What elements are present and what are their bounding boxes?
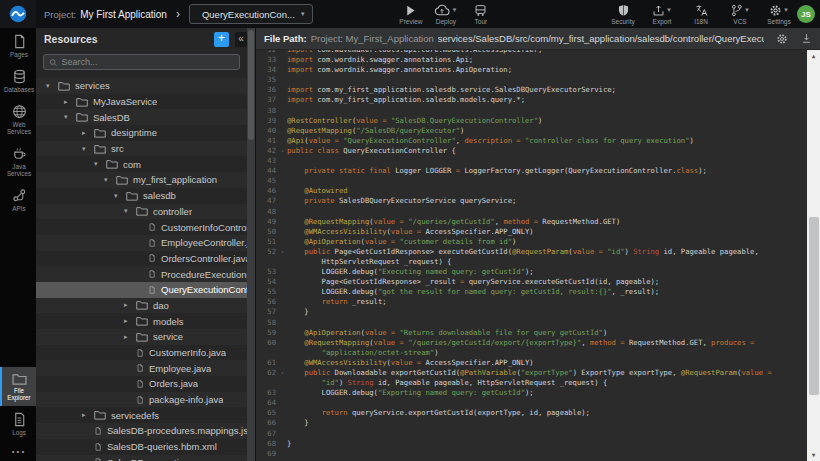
branch-icon [730, 4, 743, 17]
code-editor[interactable]: 32import com.wavemaker.tools.api.core.mo… [256, 50, 820, 461]
chevron-down-icon[interactable]: ▾ [64, 113, 76, 121]
settings-button[interactable]: ▼Settings [765, 3, 793, 25]
logs-icon [12, 412, 27, 427]
tree-item-src[interactable]: ▾src [36, 141, 247, 157]
code-line: 69 [256, 449, 807, 459]
chevron-down-icon[interactable]: ▾ [114, 192, 126, 200]
chevron-down-icon[interactable]: ▾ [104, 176, 116, 184]
chevron-down-icon: ▼ [451, 7, 457, 13]
tree-scrollbar[interactable] [247, 28, 255, 461]
chevron-right-icon[interactable]: ▸ [82, 129, 94, 137]
tree-item-myjavaservice[interactable]: ▸MyJavaService [36, 94, 247, 110]
fold-marker[interactable]: - [278, 146, 287, 156]
code-text: return queryService.exportGetCustId(expo… [287, 408, 590, 418]
tree-item-com[interactable]: ▾com [36, 156, 247, 172]
chevron-down-icon[interactable]: ▾ [124, 207, 136, 215]
scroll-up-icon[interactable]: ▲ [807, 50, 820, 62]
code-line: 44 private static final Logger LOGGER = … [256, 166, 807, 176]
fold-marker[interactable]: - [278, 368, 287, 378]
code-line: 65 return queryService.exportGetCustId(e… [256, 408, 807, 418]
java-icon [12, 146, 27, 161]
download-icon[interactable] [801, 33, 812, 44]
rail-item-logs[interactable]: Logs [0, 406, 36, 441]
tree-item-procedureexecutioncontroller-java[interactable]: ProcedureExecutionController.java [36, 266, 247, 282]
rail-item-file-explorer[interactable]: File Explorer [0, 367, 36, 406]
tree-item-queryexecutioncontroller-java[interactable]: QueryExecutionController.java [36, 282, 247, 298]
tree-scrollbar-thumb[interactable] [248, 30, 254, 140]
security-button[interactable]: Security [609, 3, 637, 25]
tree-item-orderscontroller-java[interactable]: OrdersController.java [36, 251, 247, 267]
deploy-button[interactable]: ▼Deploy [432, 3, 460, 25]
rail-item-label: Pages [10, 51, 28, 58]
tree-item-customerinfocontroller-java[interactable]: CustomerInfoController.java [36, 219, 247, 235]
editor-scrollbar-thumb[interactable] [809, 217, 819, 395]
editor-scrollbar[interactable]: ▲ ▼ [807, 50, 820, 461]
i18n-button[interactable]: I18N [687, 3, 715, 25]
chevron-right-icon[interactable]: ▸ [64, 98, 76, 106]
chevron-down-icon[interactable]: ▾ [82, 145, 94, 153]
rail-item-java-services[interactable]: Java Services [0, 140, 36, 182]
tree-item-my-first-application[interactable]: ▾my_first_application [36, 172, 247, 188]
tree-item-salesdb[interactable]: ▾SalesDB [36, 109, 247, 125]
vcs-button[interactable]: ▼VCS [726, 3, 754, 25]
tree-item-orders-java[interactable]: Orders.java [36, 376, 247, 392]
scroll-down-icon[interactable]: ▼ [807, 449, 820, 461]
folder-icon [106, 159, 118, 169]
tour-button[interactable]: Tour [467, 3, 495, 25]
open-file-dropdown-label: QueryExecutionCon... [202, 9, 295, 20]
code-line: 68} [256, 439, 807, 449]
open-file-dropdown[interactable]: QueryExecutionCon... ▼ [189, 4, 313, 24]
tree-item-salesdb-procedures-mappings-json[interactable]: SalesDB-procedures.mappings.json [36, 423, 247, 439]
code-text: HttpServletRequest _request) { [287, 257, 451, 267]
rail-item-label: File Explorer [3, 387, 35, 401]
tree-item-label: SalesDB [93, 112, 130, 123]
rail-item-databases[interactable]: Databases [0, 63, 36, 98]
chevron-right-icon[interactable]: ▸ [82, 411, 94, 419]
rail-item-[interactable]: ••• [0, 441, 36, 461]
tree-item-employee-java[interactable]: Employee.java [36, 360, 247, 376]
tree-item-salesdb-queries-hbm-xml[interactable]: SalesDB-queries.hbm.xml [36, 439, 247, 455]
tree-item-dao[interactable]: ▸dao [36, 298, 247, 314]
export-button[interactable]: ▼Export [648, 3, 676, 25]
tree-item-designtime[interactable]: ▸designtime [36, 125, 247, 141]
file-icon [94, 457, 102, 461]
rail-item-pages[interactable]: Pages [0, 28, 36, 63]
chevron-right-icon[interactable]: ▸ [124, 301, 136, 309]
folder-icon [136, 316, 148, 326]
collapse-panel-button[interactable]: « [235, 32, 247, 47]
preview-button[interactable]: Preview [397, 3, 425, 25]
tree-item-controller[interactable]: ▾controller [36, 204, 247, 220]
tree-item-servicedefs[interactable]: ▸servicedefs [36, 407, 247, 423]
tree-item-customerinfo-java[interactable]: CustomerInfo.java [36, 345, 247, 361]
chevron-down-icon[interactable]: ▾ [46, 82, 58, 90]
search-input[interactable] [61, 57, 234, 67]
chevron-down-icon: ▼ [783, 7, 789, 13]
code-line: HttpServletRequest _request) { [256, 257, 807, 267]
rail-item-label: Logs [12, 429, 26, 436]
tree-item-salesdb-properties[interactable]: SalesDB.properties [36, 455, 247, 461]
gear-icon[interactable] [776, 33, 788, 45]
tree-item-salesdb[interactable]: ▾salesdb [36, 188, 247, 204]
shield-icon [617, 4, 630, 17]
add-resource-button[interactable]: + [214, 32, 229, 47]
rail-item-web-services[interactable]: Web Services [0, 98, 36, 140]
tree-item-models[interactable]: ▸models [36, 313, 247, 329]
code-line: 50 @WMAccessVisibility(value = AccessSpe… [256, 227, 807, 237]
chevron-right-icon[interactable]: ▸ [124, 317, 136, 325]
fold-gutter [278, 449, 287, 459]
tree-item-label: OrdersController.java [161, 253, 247, 264]
code-line: 38 [256, 106, 807, 116]
chevron-right-icon[interactable]: ▸ [124, 333, 136, 341]
chevron-down-icon[interactable]: ▾ [94, 160, 106, 168]
tree-item-service[interactable]: ▸service [36, 329, 247, 345]
wavemaker-logo[interactable] [0, 0, 36, 28]
user-avatar[interactable]: JS [797, 5, 815, 23]
tree-item-label: Orders.java [149, 378, 198, 389]
tree-item-employeecontroller-java[interactable]: EmployeeController.java [36, 235, 247, 251]
resources-title: Resources [44, 33, 98, 45]
tree-item-package-info-java[interactable]: package-info.java [36, 392, 247, 408]
tree-item-services[interactable]: ▾services [36, 78, 247, 94]
rail-item-apis[interactable]: APIs [0, 182, 36, 217]
tree-item-label: SalesDB.properties [107, 457, 189, 461]
fold-marker[interactable]: - [278, 247, 287, 257]
